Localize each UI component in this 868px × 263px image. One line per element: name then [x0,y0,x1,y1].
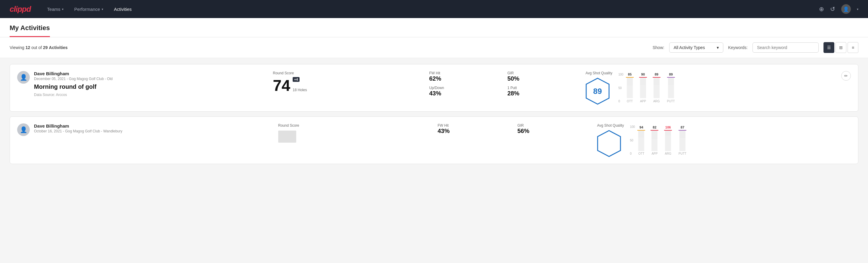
stat-gir: GIR 50% [507,71,578,82]
page-header: My Activities [0,18,868,37]
round-score-value: 74 [273,78,290,93]
teams-chevron-icon: ▾ [62,7,63,11]
nav-performance[interactable]: Performance ▾ [70,4,107,14]
navbar-right: ⊕ ↺ 👤 ▾ [819,4,858,14]
activity-type-value: All Activity Types [674,45,714,50]
user-menu-chevron-icon[interactable]: ▾ [857,7,858,11]
activity-card-left: 👤 Dave Billingham October 16, 2021 - Gog… [17,123,271,136]
nav-teams[interactable]: Teams ▾ [43,4,68,14]
edit-pencil-icon: ✏ [844,74,848,78]
activity-card: 👤 Dave Billingham October 16, 2021 - Gog… [10,116,858,164]
round-score-label: Round Score [278,123,430,127]
activities-content: 👤 Dave Billingham December 05, 2021 - Go… [0,58,868,175]
activity-info: Dave Billingham October 16, 2021 - Gog M… [34,123,122,136]
activity-user: Dave Billingham [34,123,122,128]
activity-meta: December 05, 2021 - Gog Magog Golf Club … [34,77,113,81]
stat-gir: GIR 56% [517,123,590,135]
score-holes: 18 Holes [292,88,307,92]
hexagon-container [597,130,624,157]
shot-quality-chart: 100 50 0 94 OTT 82 [630,125,851,155]
bar-ott: 85 OTT [627,72,633,103]
bar-ott: 94 OTT [638,125,644,155]
view-mode-buttons: ☰ ⊞ ≡ [824,42,858,53]
navbar: clippd Teams ▾ Performance ▾ Activities … [0,0,868,18]
activity-title: Morning round of golf [34,83,113,90]
nav-links: Teams ▾ Performance ▾ Activities [43,4,819,14]
list-compact-icon: ☰ [827,45,831,50]
bar-putt: 87 PUTT [679,125,686,155]
hexagon-container: 89 [586,78,612,105]
keywords-label: Keywords: [728,45,748,50]
avatar: 👤 [17,123,30,136]
list-detail-icon: ≡ [852,45,854,50]
round-score-section: Round Score 74 +4 18 Holes [273,71,422,94]
user-avatar[interactable]: 👤 [841,4,851,14]
viewing-label: Activities [49,45,68,50]
show-label: Show: [653,45,664,50]
activity-user: Dave Billingham [34,71,113,76]
shot-stats: FW Hit 62% GIR 50% Up/Down 43% 1 Putt 28… [429,71,578,97]
bar-arg: 106 ARG [665,125,671,155]
quality-hexagon: 89 [586,78,610,105]
edit-activity-button[interactable]: ✏ [841,71,851,81]
user-icon: 👤 [843,6,849,12]
quality-section: Avg Shot Quality 100 50 0 [597,123,851,157]
bar-app: 82 APP [651,125,657,155]
score-badge: +4 [292,77,300,82]
quality-score: 89 [593,87,602,96]
activity-meta: October 16, 2021 - Gog Magog Golf Club -… [34,129,122,133]
app-logo[interactable]: clippd [10,4,31,14]
refresh-icon[interactable]: ↺ [830,5,835,12]
view-grid-button[interactable]: ⊞ [836,42,846,53]
round-score-row: 74 +4 18 Holes [273,77,422,93]
activity-type-chevron-icon: ▾ [717,45,719,50]
nav-activities[interactable]: Activities [110,4,136,14]
keyword-search-input[interactable] [752,42,819,53]
quality-label: Avg Shot Quality [586,71,612,75]
filter-bar: Viewing 12 out of 29 Activities Show: Al… [0,37,868,58]
grid-icon: ⊞ [839,45,843,50]
viewing-count: 12 [26,45,30,50]
view-list-detail-button[interactable]: ≡ [847,42,858,53]
shot-stats: FW Hit 43% GIR 56% [438,123,590,135]
svg-marker-1 [598,130,620,156]
quality-hexagon [597,130,621,157]
bar-arg: 89 ARG [653,72,660,103]
round-score-section: Round Score [278,123,430,143]
stat-1putt: 1 Putt 28% [507,86,578,97]
bar-putt: 89 PUTT [667,72,675,103]
page-title: My Activities [10,18,50,37]
stat-updown: Up/Down 43% [429,86,500,97]
performance-chevron-icon: ▾ [102,7,103,11]
avatar-icon: 👤 [20,126,27,133]
avatar-icon: 👤 [20,74,27,81]
view-list-compact-button[interactable]: ☰ [824,42,834,53]
viewing-total: 29 [43,45,48,50]
round-score-label: Round Score [273,71,422,75]
activity-card-left: 👤 Dave Billingham December 05, 2021 - Go… [17,71,266,97]
activity-card: 👤 Dave Billingham December 05, 2021 - Go… [10,64,858,112]
shot-quality-chart: 100 50 0 85 OTT 90 [618,73,834,103]
quality-section: Avg Shot Quality 89 100 50 0 [586,71,834,105]
activity-type-select[interactable]: All Activity Types ▾ [669,42,723,53]
avatar: 👤 [17,71,30,84]
activity-source: Data Source: Arccos [34,93,113,97]
viewing-text: Viewing 12 out of 29 Activities [10,45,648,50]
add-activity-icon[interactable]: ⊕ [819,5,824,12]
activity-info: Dave Billingham December 05, 2021 - Gog … [34,71,113,97]
quality-label: Avg Shot Quality [597,123,624,127]
bar-app: 90 APP [640,72,646,103]
stat-fw-hit: FW Hit 62% [429,71,500,82]
stat-fw-hit: FW Hit 43% [438,123,510,135]
